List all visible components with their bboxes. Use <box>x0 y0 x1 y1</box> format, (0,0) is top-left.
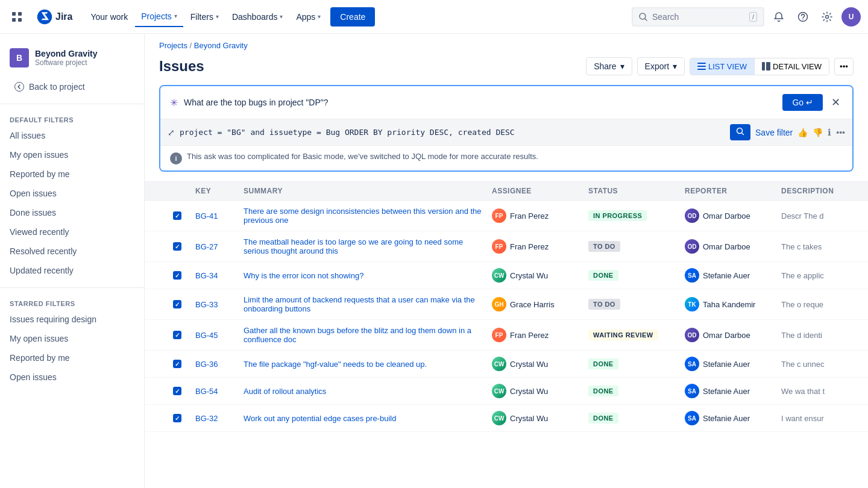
row-reporter: TK Taha Kandemir <box>685 297 781 311</box>
sidebar-item-updated-recently[interactable]: Updated recently <box>0 261 144 280</box>
breadcrumb-projects[interactable]: Projects <box>159 41 187 50</box>
reporter-name: Omar Darboe <box>703 211 750 221</box>
settings-button[interactable] <box>817 7 837 27</box>
sidebar-item-open-issues[interactable]: Open issues <box>0 184 144 203</box>
svg-rect-10 <box>697 63 706 64</box>
row-summary[interactable]: The meatball header is too large so we a… <box>244 237 492 255</box>
row-key[interactable]: BG-41 <box>195 211 244 221</box>
help-button[interactable] <box>793 7 813 27</box>
jql-search-button[interactable] <box>730 124 750 140</box>
search-kbd: / <box>749 12 757 22</box>
ai-close-button[interactable]: ✕ <box>829 93 843 111</box>
more-options-button[interactable]: ••• <box>834 58 854 75</box>
sidebar-item-done-issues[interactable]: Done issues <box>0 203 144 222</box>
nav-dashboards[interactable]: Dashboards ▾ <box>226 7 289 27</box>
row-summary[interactable]: The file package "hgf-value" needs to be… <box>244 360 492 369</box>
row-key[interactable]: BG-54 <box>195 387 244 396</box>
sidebar-item-viewed-recently[interactable]: Viewed recently <box>0 222 144 242</box>
row-summary[interactable]: Why is the error icon not showing? <box>244 271 492 280</box>
sidebar-item-all-issues[interactable]: All issues <box>0 126 144 145</box>
notifications-button[interactable] <box>769 7 788 27</box>
row-assignee: FP Fran Perez <box>492 328 588 342</box>
row-checkbox[interactable]: ✓ <box>173 300 181 308</box>
svg-point-9 <box>15 83 24 92</box>
row-summary[interactable]: Audit of rollout analytics <box>244 387 492 396</box>
status-badge: DONE <box>588 386 618 396</box>
nav-projects[interactable]: Projects ▾ <box>135 7 183 27</box>
more-jql-icon[interactable]: ••• <box>836 128 845 137</box>
jql-expand-icon[interactable]: ⤢ <box>168 128 175 137</box>
global-search[interactable]: Search / <box>632 7 764 27</box>
reporter-name: Omar Darboe <box>703 242 750 251</box>
row-status: WAITING REVIEW <box>588 330 685 340</box>
row-summary[interactable]: Limit the amount of backend requests tha… <box>244 295 492 313</box>
sidebar-item-reported-by-me[interactable]: Reported by me <box>0 164 144 184</box>
sidebar-starred-1[interactable]: Issues requiring design <box>0 310 144 329</box>
jql-input[interactable] <box>180 128 725 137</box>
status-badge: TO DO <box>588 299 620 310</box>
row-key[interactable]: BG-34 <box>195 271 244 280</box>
assignee-avatar: FP <box>492 328 506 342</box>
jira-logo[interactable]: Jira <box>31 8 77 25</box>
table-row[interactable]: ✓ BG-34 Why is the error icon not showin… <box>145 262 868 289</box>
sidebar-starred-2[interactable]: My open issues <box>0 329 144 348</box>
row-reporter: OD Omar Darboe <box>685 239 781 254</box>
sidebar-item-resolved-recently[interactable]: Resolved recently <box>0 242 144 261</box>
row-checkbox[interactable]: ✓ <box>173 211 181 220</box>
table-row[interactable]: ✓ BG-54 Audit of rollout analytics CW Cr… <box>145 378 868 405</box>
assignee-name: Fran Perez <box>510 211 549 221</box>
table-row[interactable]: ✓ BG-41 There are some design inconsiste… <box>145 201 868 231</box>
sidebar-item-my-open-issues[interactable]: My open issues <box>0 145 144 164</box>
reporter-name: Taha Kandemir <box>703 300 755 309</box>
row-key[interactable]: BG-45 <box>195 331 244 340</box>
thumbs-up-icon[interactable]: 👍 <box>797 128 808 137</box>
table-row[interactable]: ✓ BG-45 Gather all the known bugs before… <box>145 320 868 351</box>
detail-view-button[interactable]: DETAIL VIEW <box>755 58 829 75</box>
user-avatar[interactable]: U <box>841 7 861 27</box>
row-checkbox[interactable]: ✓ <box>173 387 181 395</box>
list-view-button[interactable]: LIST VIEW <box>690 58 754 75</box>
row-checkbox[interactable]: ✓ <box>173 271 181 280</box>
save-filter-link[interactable]: Save filter <box>755 128 793 137</box>
row-reporter: SA Stefanie Auer <box>685 268 781 283</box>
row-type-cell: ✓ <box>159 242 195 251</box>
info-icon[interactable]: ℹ <box>828 127 831 138</box>
table-row[interactable]: ✓ BG-33 Limit the amount of backend requ… <box>145 289 868 320</box>
top-nav: Jira Your work Projects ▾ Filters ▾ Dash… <box>0 0 868 34</box>
grid-menu-button[interactable] <box>7 7 27 27</box>
table-row[interactable]: ✓ BG-32 Work out any potential edge case… <box>145 405 868 432</box>
row-key[interactable]: BG-32 <box>195 414 244 423</box>
dashboards-chevron-icon: ▾ <box>280 13 283 20</box>
reporter-name: Stefanie Auer <box>703 387 750 396</box>
row-summary[interactable]: Gather all the known bugs before the bli… <box>244 326 492 344</box>
row-assignee: CW Crystal Wu <box>492 357 588 371</box>
thumbs-down-icon[interactable]: 👎 <box>813 128 823 137</box>
export-button[interactable]: Export ▾ <box>637 57 685 75</box>
assignee-name: Fran Perez <box>510 242 549 251</box>
sidebar-starred-3[interactable]: Reported by me <box>0 348 144 368</box>
create-button[interactable]: Create <box>330 7 375 27</box>
row-summary[interactable]: There are some design inconsistencies be… <box>244 207 492 225</box>
nav-your-work[interactable]: Your work <box>84 7 134 27</box>
share-button[interactable]: Share ▾ <box>586 57 632 75</box>
row-key[interactable]: BG-27 <box>195 242 244 251</box>
row-checkbox[interactable]: ✓ <box>173 414 181 422</box>
row-key[interactable]: BG-36 <box>195 360 244 369</box>
table-row[interactable]: ✓ BG-36 The file package "hgf-value" nee… <box>145 351 868 378</box>
row-assignee: FP Fran Perez <box>492 239 588 254</box>
row-checkbox[interactable]: ✓ <box>173 242 181 251</box>
nav-filters[interactable]: Filters ▾ <box>184 7 225 27</box>
breadcrumb-project[interactable]: Beyond Gravity <box>194 41 248 50</box>
row-checkbox[interactable]: ✓ <box>173 360 181 368</box>
jql-actions: 👍 👎 ℹ ••• <box>797 127 845 138</box>
table-row[interactable]: ✓ BG-27 The meatball header is too large… <box>145 231 868 262</box>
row-key[interactable]: BG-33 <box>195 300 244 309</box>
ai-go-button[interactable]: Go ↵ <box>782 94 823 111</box>
ai-search-container: ✳ What are the top bugs in project "DP"?… <box>159 85 854 172</box>
sidebar-starred-4[interactable]: Open issues <box>0 368 144 387</box>
nav-apps[interactable]: Apps ▾ <box>290 7 327 27</box>
row-status: DONE <box>588 413 685 424</box>
row-summary[interactable]: Work out any potential edge cases pre-bu… <box>244 414 492 423</box>
back-to-project-button[interactable]: Back to project <box>5 77 139 96</box>
row-checkbox[interactable]: ✓ <box>173 331 181 339</box>
